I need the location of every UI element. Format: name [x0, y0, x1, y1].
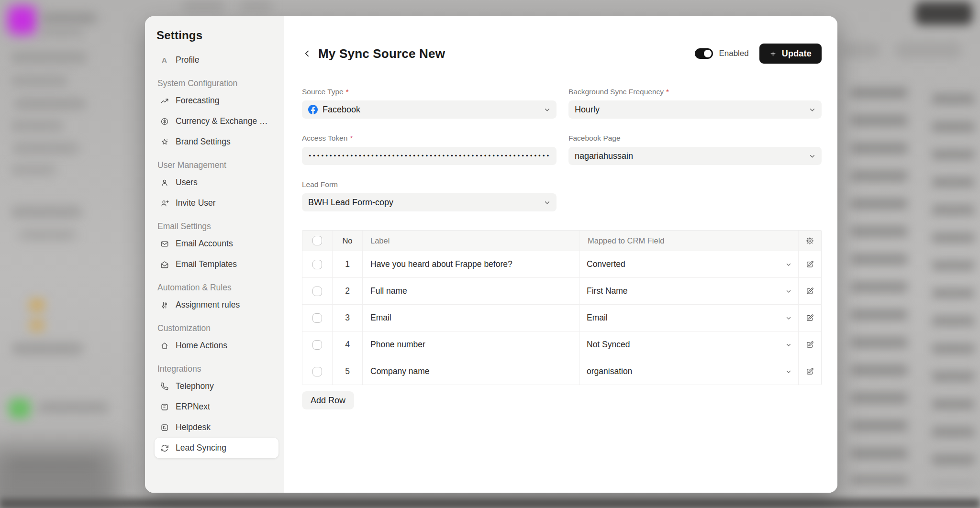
update-button-label: Update: [782, 49, 812, 59]
mapped-field-select[interactable]: Not Synced: [579, 331, 798, 358]
sidebar-item-lead-syncing[interactable]: Lead Syncing: [155, 438, 278, 458]
sidebar-item-brand-settings[interactable]: Brand Settings: [155, 132, 278, 152]
mapped-field-select[interactable]: Email: [579, 305, 798, 331]
backdrop-blob: [11, 121, 63, 131]
sidebar-section-customization: Customization: [155, 321, 278, 335]
field-mapping-table: No Label Mapped to CRM Field 1 Have you …: [302, 230, 822, 385]
enabled-toggle[interactable]: [695, 48, 713, 59]
facebook-page-select[interactable]: nagariahussain: [568, 147, 822, 165]
sidebar-item-label: Home Actions: [176, 341, 227, 351]
sidebar-item-label: Telephony: [176, 381, 214, 391]
edit-row-button[interactable]: [798, 278, 821, 304]
sidebar-section-integrations: Integrations: [155, 362, 278, 376]
mapped-field-value: organisation: [587, 366, 632, 376]
sidebar-item-invite-user[interactable]: Invite User: [155, 193, 278, 213]
edit-row-button[interactable]: [798, 358, 821, 385]
backdrop-blob: [40, 12, 98, 24]
back-button[interactable]: [300, 46, 314, 61]
access-token-input[interactable]: ••••••••••••••••••••••••••••••••••••••••…: [302, 147, 557, 165]
backdrop-list-column: [932, 94, 974, 484]
row-checkbox[interactable]: [312, 313, 322, 323]
chevron-left-icon: [302, 49, 312, 58]
sync-frequency-value: Hourly: [575, 105, 600, 115]
sidebar-item-telephony[interactable]: Telephony: [155, 376, 278, 397]
backdrop-blob: [842, 42, 880, 58]
mapped-field-select[interactable]: First Name: [579, 278, 798, 304]
sidebar-item-email-templates[interactable]: Email Templates: [155, 254, 278, 275]
sidebar-item-helpdesk[interactable]: Helpdesk: [155, 417, 278, 438]
row-checkbox[interactable]: [312, 260, 322, 269]
row-checkbox[interactable]: [312, 340, 322, 350]
row-number: 2: [332, 278, 362, 304]
sidebar-item-erpnext[interactable]: ERPNext: [155, 397, 278, 417]
chevron-down-icon: [786, 262, 791, 267]
update-button[interactable]: Update: [759, 44, 822, 64]
source-type-select[interactable]: Facebook: [302, 100, 557, 119]
sidebar-item-forecasting[interactable]: Forecasting: [155, 90, 278, 111]
sidebar-item-label: Invite User: [176, 198, 216, 208]
table-row: 4 Phone number Not Synced: [302, 331, 821, 358]
sidebar-section-automation-rules: Automation & Rules: [155, 281, 278, 295]
sidebar-item-label: Brand Settings: [176, 137, 231, 147]
edit-row-button[interactable]: [798, 331, 821, 358]
chevron-down-icon: [786, 342, 791, 348]
settings-modal: Settings A Profile System Configuration …: [145, 16, 837, 493]
sync-frequency-select[interactable]: Hourly: [568, 100, 822, 119]
mapped-field-value: First Name: [587, 286, 628, 296]
sliders-vertical-icon: [159, 301, 169, 309]
field-label: Access Token*: [302, 134, 557, 143]
row-checkbox[interactable]: [312, 367, 322, 376]
sidebar-item-label: ERPNext: [176, 402, 210, 412]
table-header-row: No Label Mapped to CRM Field: [302, 231, 821, 251]
field-label: Background Sync Frequency*: [568, 88, 822, 96]
row-label: Full name: [370, 286, 407, 296]
sidebar-item-assignment-rules[interactable]: Assignment rules: [155, 295, 278, 315]
row-number: 5: [332, 358, 362, 385]
sidebar-item-label: Users: [176, 177, 198, 188]
erpnext-logo-icon: [159, 403, 169, 411]
mapped-field-select[interactable]: Converted: [579, 251, 798, 277]
backdrop-blob: [29, 319, 45, 332]
table-settings-button[interactable]: [798, 231, 821, 251]
plus-icon: [769, 50, 777, 57]
field-label: Facebook Page: [568, 134, 822, 143]
mapped-field-value: Not Synced: [587, 340, 630, 350]
edit-icon: [806, 314, 814, 322]
backdrop-blob: [14, 98, 86, 110]
sidebar-item-currency-exchange[interactable]: Currency & Exchange Ra...: [155, 111, 278, 132]
facebook-page-value: nagariahussain: [575, 151, 633, 161]
row-label: Company name: [370, 366, 430, 376]
sidebar-item-home-actions[interactable]: Home Actions: [155, 335, 278, 356]
column-header-label: Label: [362, 231, 579, 251]
row-checkbox[interactable]: [312, 287, 322, 296]
sidebar-item-email-accounts[interactable]: Email Accounts: [155, 233, 278, 254]
row-label: Email: [370, 313, 391, 323]
sidebar-item-users[interactable]: Users: [155, 172, 278, 193]
facebook-page-field: Facebook Page nagariahussain: [568, 134, 822, 165]
backdrop-blob: [11, 52, 87, 63]
backdrop-blob: [12, 143, 79, 154]
page-title: My Sync Source New: [318, 46, 445, 61]
edit-row-button[interactable]: [798, 305, 821, 331]
chevron-down-icon: [809, 153, 815, 159]
edit-row-button[interactable]: [798, 251, 821, 277]
sidebar-item-label: Lead Syncing: [176, 443, 226, 453]
lead-form-value: BWH Lead Form-copy: [308, 198, 393, 208]
sidebar-item-profile[interactable]: A Profile: [155, 50, 278, 70]
lead-form-select[interactable]: BWH Lead Form-copy: [302, 193, 557, 211]
chevron-down-icon: [544, 107, 550, 113]
sidebar-item-label: Profile: [176, 55, 200, 65]
backdrop-blob: [11, 76, 68, 86]
mapped-field-value: Converted: [587, 259, 625, 269]
source-type-field: Source Type* Facebook: [302, 88, 557, 119]
star-sparkle-icon: [159, 138, 169, 146]
mapped-field-select[interactable]: organisation: [579, 358, 798, 385]
add-row-button[interactable]: Add Row: [302, 391, 354, 409]
access-token-masked-value: ••••••••••••••••••••••••••••••••••••••••…: [308, 153, 550, 159]
lead-form-field: Lead Form BWH Lead Form-copy: [302, 180, 557, 211]
select-all-checkbox[interactable]: [312, 236, 322, 245]
column-header-no: No: [332, 231, 362, 251]
sidebar-item-label: Email Accounts: [176, 239, 233, 249]
table-row: 3 Email Email: [302, 304, 821, 331]
table-row: 5 Company name organisation: [302, 358, 821, 385]
